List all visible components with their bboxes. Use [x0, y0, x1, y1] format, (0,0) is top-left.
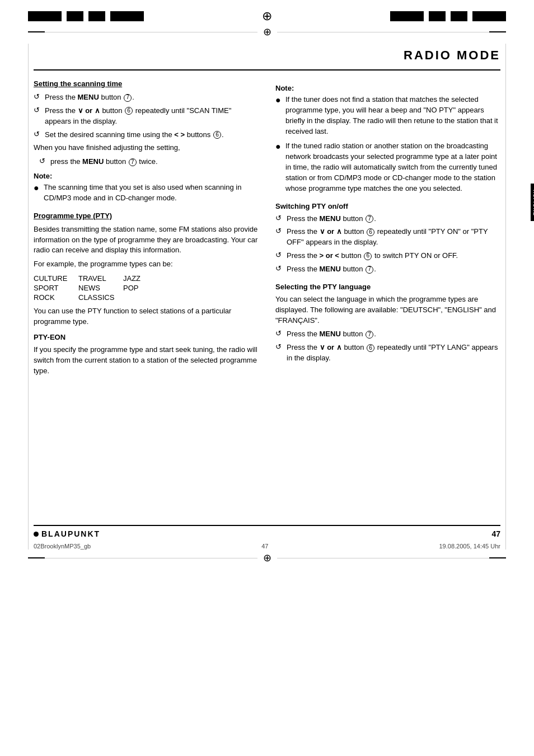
header-blocks-right [390, 11, 506, 21]
note-label-1: Note: [34, 172, 259, 180]
english-tab: ENGLISH [531, 184, 534, 221]
pty-cell: ROCK [34, 293, 78, 302]
header-block [88, 11, 105, 21]
pty-para2: For example, the programme types can be: [34, 259, 259, 270]
header-block [28, 11, 62, 21]
pty-cell: TRAVEL [78, 274, 123, 283]
pty-cell: CLASSICS [78, 293, 123, 302]
section-scanning-time: Setting the scanning time ↺ Press the ME… [34, 79, 259, 204]
left-column: Setting the scanning time ↺ Press the ME… [34, 79, 259, 379]
switch-step-4: ↺ Press the MENU button 7. [275, 264, 500, 275]
right-note-bullet-1: ● If the tuner does not find a station t… [275, 95, 500, 137]
header-block [110, 11, 144, 21]
header-block [390, 11, 424, 21]
brand-dot [34, 532, 39, 537]
switching-pty-heading: Switching PTY on/off [275, 202, 500, 210]
lang-step-2: ↺ Press the ∨ or ∧ button 6 repeatedly u… [275, 342, 500, 364]
pty-lang-para: You can select the language in which the… [275, 294, 500, 326]
meta-left: 02BrooklynMP35_gb [34, 543, 91, 550]
left-margin-line [28, 44, 29, 550]
pty-cell: SPORT [34, 284, 78, 292]
switch-step-3: ↺ Press the > or < button 6 to switch PT… [275, 251, 500, 261]
lang-step-1: ↺ Press the MENU button 7. [275, 329, 500, 340]
crosshair-bottom: ⊕ [257, 552, 277, 564]
note-bullet-1: ● The scanning time that you set is also… [34, 182, 259, 204]
pty-para1: Besides transmitting the station name, s… [34, 224, 259, 256]
crosshair-center: ⊕ [262, 9, 272, 24]
switch-step-2: ↺ Press the ∨ or ∧ button 6 repeatedly u… [275, 227, 500, 248]
section-pty: Programme type (PTY) Besides transmittin… [34, 212, 259, 377]
header-block [472, 11, 506, 21]
pty-cell: JAZZ [123, 274, 157, 283]
header-block [429, 11, 446, 21]
page-title: RADIO MODE [34, 44, 500, 71]
header-blocks-left [28, 11, 144, 21]
pty-lang-heading: Selecting the PTY language [275, 283, 500, 291]
brand-name: BLAUPUNKT [41, 529, 100, 538]
two-column-layout: Setting the scanning time ↺ Press the ME… [34, 79, 500, 379]
main-content: ENGLISH RADIO MODE Setting the scanning … [0, 44, 534, 550]
footer-brand: BLAUPUNKT [34, 529, 100, 538]
step-3: ↺ Set the desired scanning time using th… [34, 130, 259, 140]
section-switching-pty: Switching PTY on/off ↺ Press the MENU bu… [275, 202, 500, 275]
step-2: ↺ Press the ∨ or ∧ button 6 repeatedly u… [34, 106, 259, 127]
right-note-label: Note: [275, 84, 500, 92]
right-note-section: Note: ● If the tuner does not find a sta… [275, 84, 500, 194]
pty-para3: You can use the PTY function to select s… [34, 306, 259, 327]
section-pty-language: Selecting the PTY language You can selec… [275, 283, 500, 364]
section-heading-scanning: Setting the scanning time [34, 79, 259, 88]
pty-eon-text: If you specify the programme type and st… [34, 345, 259, 377]
when-finished-text: When you have finished adjusting the set… [34, 143, 259, 153]
bottom-border-row: ⊕ [0, 552, 534, 564]
section-heading-pty: Programme type (PTY) [34, 212, 259, 220]
header-decoration: ⊕ [0, 0, 534, 24]
pty-table: CULTURE TRAVEL JAZZ SPORT NEWS POP ROCK … [34, 274, 259, 302]
meta-center: 47 [261, 543, 268, 550]
pty-cell: NEWS [78, 284, 123, 292]
header-block [451, 11, 467, 21]
right-note-bullet-2: ● If the tuned radio station or another … [275, 141, 500, 194]
right-margin-line [505, 44, 506, 550]
right-column: Note: ● If the tuner does not find a sta… [275, 79, 500, 367]
crosshair-left: ⊕ [257, 26, 277, 38]
meta-right: 19.08.2005, 14:45 Uhr [439, 543, 500, 550]
page-number: 47 [491, 529, 500, 538]
header-block [67, 11, 83, 21]
pty-eon-heading: PTY-EON [34, 333, 259, 341]
top-border-row: ⊕ [0, 26, 534, 38]
footer-meta: 02BrooklynMP35_gb 47 19.08.2005, 14:45 U… [34, 543, 500, 550]
final-step: ↺ press the MENU button 7 twice. [34, 157, 259, 167]
step-1: ↺ Press the MENU button 7. [34, 92, 259, 103]
footer-line [34, 525, 500, 526]
pty-cell: CULTURE [34, 274, 78, 283]
pty-cell: POP [123, 284, 157, 292]
pty-cell [123, 293, 157, 302]
footer-content: BLAUPUNKT 47 [34, 529, 500, 538]
footer: BLAUPUNKT 47 [34, 525, 500, 538]
switch-step-1: ↺ Press the MENU button 7. [275, 214, 500, 224]
